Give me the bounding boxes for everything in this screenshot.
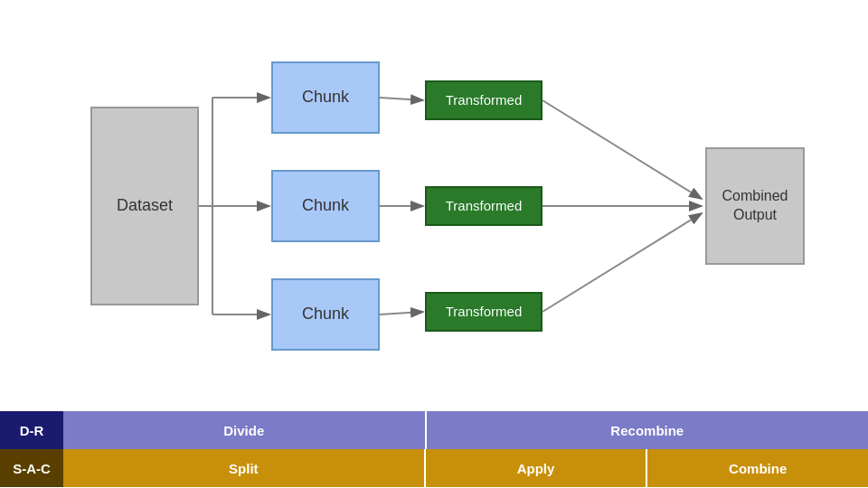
- chunk-box-bot: Chunk: [271, 278, 380, 351]
- diagram-area: Dataset Chunk Chunk Chunk Transformed Tr…: [0, 0, 868, 411]
- dr-label: D-R: [0, 411, 63, 449]
- transformed-label-bot: Transformed: [446, 304, 522, 319]
- svg-line-9: [380, 98, 423, 100]
- svg-line-14: [542, 213, 702, 312]
- dr-divider: [425, 411, 427, 449]
- sac-bar-row: S-A-C Split Apply Combine: [0, 449, 868, 487]
- chunk-box-mid: Chunk: [271, 170, 380, 242]
- transformed-label-mid: Transformed: [446, 198, 522, 213]
- sac-split-label: Split: [63, 449, 424, 487]
- chunk-box-top: Chunk: [271, 61, 380, 134]
- chunk-label-mid: Chunk: [302, 196, 349, 215]
- chunk-label-top: Chunk: [302, 88, 349, 107]
- sac-divider2: [646, 449, 647, 487]
- combined-label: CombinedOutput: [722, 187, 788, 225]
- svg-line-11: [380, 312, 423, 314]
- transformed-box-bot: Transformed: [425, 292, 542, 332]
- sac-label: S-A-C: [0, 449, 63, 487]
- diagram-inner: Dataset Chunk Chunk Chunk Transformed Tr…: [63, 34, 805, 378]
- chunk-label-bot: Chunk: [302, 305, 349, 324]
- transformed-box-top: Transformed: [425, 80, 542, 120]
- transformed-label-top: Transformed: [446, 92, 522, 108]
- sac-divider1: [424, 449, 426, 487]
- sac-apply-label: Apply: [426, 449, 646, 487]
- sac-combine-label: Combine: [647, 449, 868, 487]
- transformed-box-mid: Transformed: [425, 186, 542, 226]
- dr-bar-row: D-R Divide Recombine: [0, 411, 868, 449]
- dr-divide-label: Divide: [63, 411, 425, 449]
- svg-line-12: [542, 100, 702, 199]
- dataset-box: Dataset: [90, 107, 199, 305]
- dataset-label: Dataset: [117, 196, 173, 215]
- bottom-bars: D-R Divide Recombine S-A-C Split Apply C…: [0, 411, 868, 488]
- dr-recombine-label: Recombine: [427, 411, 868, 449]
- combined-output-box: CombinedOutput: [705, 147, 805, 265]
